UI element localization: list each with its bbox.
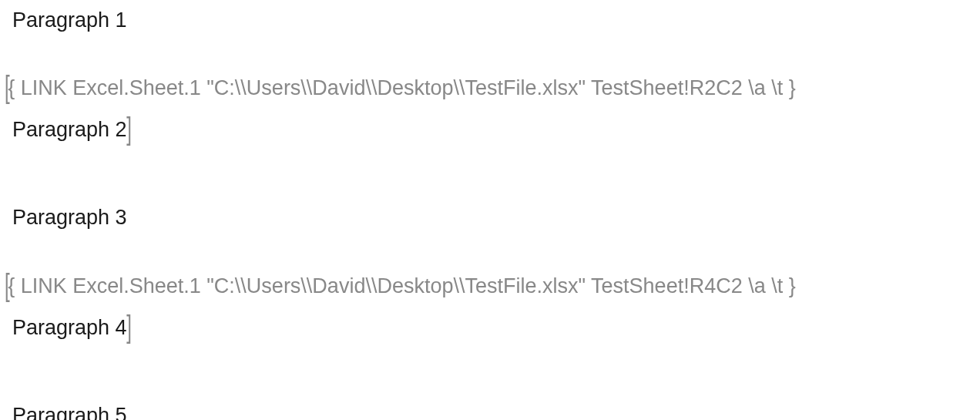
field-close-bracket-icon: ]: [126, 108, 132, 150]
paragraph-4[interactable]: Paragraph 4 ]: [0, 303, 980, 344]
paragraph-2[interactable]: Paragraph 2 ]: [0, 105, 980, 146]
field-code-1-text: { LINK Excel.Sheet.1 "C:\\Users\\David\\…: [8, 76, 796, 99]
field-code-line-1[interactable]: [{ LINK Excel.Sheet.1 "C:\\Users\\David\…: [0, 63, 980, 105]
field-code-2-text: { LINK Excel.Sheet.1 "C:\\Users\\David\\…: [8, 274, 796, 297]
field-open-bracket-icon: [: [5, 264, 7, 306]
paragraph-5-text: Paragraph 5: [12, 404, 127, 420]
paragraph-1[interactable]: Paragraph 1: [0, 6, 980, 34]
paragraph-1-text: Paragraph 1: [12, 8, 127, 32]
paragraph-5[interactable]: Paragraph 5: [0, 402, 980, 420]
field-open-bracket-icon: [: [5, 66, 7, 108]
field-close-bracket-icon: ]: [126, 306, 132, 348]
paragraph-4-text: Paragraph 4: [12, 316, 127, 339]
paragraph-3-text: Paragraph 3: [12, 206, 127, 229]
field-code-line-2[interactable]: [{ LINK Excel.Sheet.1 "C:\\Users\\David\…: [0, 261, 980, 303]
paragraph-2-text: Paragraph 2: [12, 118, 127, 141]
paragraph-3[interactable]: Paragraph 3: [0, 203, 980, 231]
